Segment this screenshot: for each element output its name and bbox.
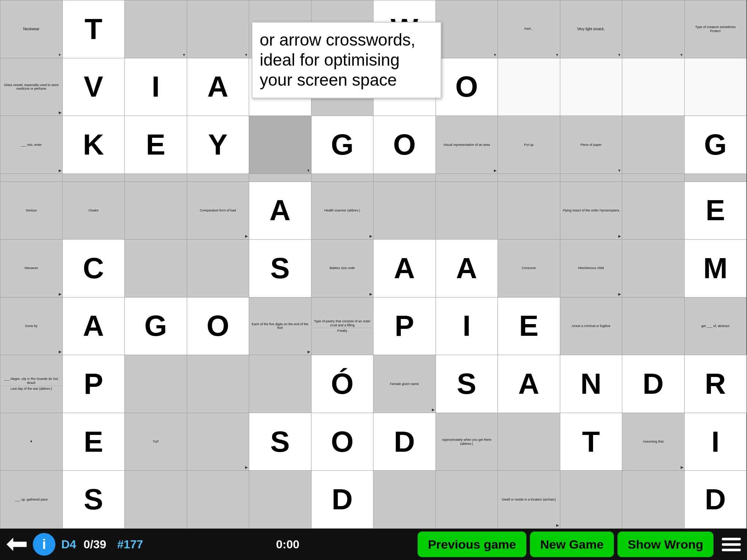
letter-r6c8[interactable]: A: [436, 240, 498, 298]
letter-r2c3[interactable]: I: [125, 58, 187, 116]
letter-r9c6[interactable]: O: [311, 413, 374, 471]
menu-icon-line1: [722, 538, 741, 540]
letter-r10c2[interactable]: S: [62, 471, 125, 529]
letter-r9c2[interactable]: E: [62, 413, 125, 471]
clue-r8c7[interactable]: Female given name: [374, 355, 436, 413]
letter-r9c10[interactable]: T: [560, 413, 622, 471]
letter-r8c11[interactable]: D: [622, 355, 685, 413]
spacer-r4c12: [684, 174, 747, 182]
clue-r6c6[interactable]: Battery size code: [311, 240, 374, 298]
letter-r7c7[interactable]: P: [374, 297, 436, 355]
letter-r10c12[interactable]: D: [684, 471, 747, 529]
clue-r5c2[interactable]: Cloaks: [62, 182, 125, 240]
new-game-button[interactable]: New Game: [530, 532, 614, 557]
letter-r7c8[interactable]: I: [436, 297, 498, 355]
letter-r7c4[interactable]: O: [187, 297, 249, 355]
letter-r6c2[interactable]: C: [62, 240, 125, 298]
clue-r10c11: [622, 471, 685, 529]
clue-r9c3[interactable]: Turf: [125, 413, 187, 471]
letter-r2c10: [560, 58, 622, 116]
bottom-bar: i D4 0/39 #177 0:00 Previous game New Ga…: [0, 529, 747, 560]
clue-r9c9: [498, 413, 560, 471]
letter-r2c2[interactable]: V: [62, 58, 125, 116]
clue-r8c1[interactable]: ___ Alegre, city in Rio Grande do Sul, B…: [0, 355, 63, 413]
clue-r7c6[interactable]: Type of pastry that consists of an outer…: [311, 297, 374, 355]
letter-r8c2[interactable]: P: [62, 355, 125, 413]
letter-r2c12: [684, 58, 747, 116]
show-wrong-button[interactable]: Show Wrong: [618, 532, 713, 557]
letter-r9c5[interactable]: S: [249, 413, 311, 471]
clue-r5c6[interactable]: Health scanner (abbrev.): [311, 182, 374, 240]
clue-r6c10[interactable]: Mischievous child: [560, 240, 622, 298]
clue-r3c9[interactable]: Put up: [498, 116, 560, 174]
clue-r5c1[interactable]: Serious: [0, 182, 63, 240]
letter-r5c5[interactable]: A: [249, 182, 311, 240]
clue-r7c10[interactable]: Arrest a criminal or fugitive: [560, 297, 622, 355]
clue-r2c1[interactable]: Glass vessel, especially used to store m…: [0, 58, 63, 116]
clue-r10c7: [374, 471, 436, 529]
clue-r9c8[interactable]: Approximately when you get there (abbrev…: [436, 413, 498, 471]
spacer-r4c6: [311, 174, 374, 182]
letter-r3c3[interactable]: E: [125, 116, 187, 174]
spacer-r4c2: [62, 174, 125, 182]
letter-r10c6[interactable]: D: [311, 471, 374, 529]
letter-r3c2[interactable]: K: [62, 116, 125, 174]
letter-r7c3[interactable]: G: [125, 297, 187, 355]
clue-r7c5[interactable]: Each of the five digits on the end of th…: [249, 297, 311, 355]
clue-r6c1[interactable]: Menaces: [0, 240, 63, 298]
previous-game-button[interactable]: Previous game: [418, 532, 526, 557]
letter-r6c12[interactable]: M: [684, 240, 747, 298]
clue-r3c1[interactable]: ___ into, enter: [0, 116, 63, 174]
clue-r7c12[interactable]: get ___ of, abstract: [684, 297, 747, 355]
letter-r6c7[interactable]: A: [374, 240, 436, 298]
clue-r3c8[interactable]: Visual representation of an area: [436, 116, 498, 174]
letter-r8c9[interactable]: A: [498, 355, 560, 413]
crossword-grid: Neckwear T Route Question of which perso…: [0, 0, 747, 529]
letter-r7c9[interactable]: E: [498, 297, 560, 355]
clue-r1c3: [125, 0, 187, 58]
menu-icon-line2: [722, 543, 741, 546]
letter-r8c13[interactable]: A: [747, 355, 747, 413]
clue-r9c1: ▼: [0, 413, 63, 471]
clue-r6c11: [622, 240, 685, 298]
letter-r5c12[interactable]: E: [684, 182, 747, 240]
clue-r10c10: [560, 471, 622, 529]
clue-r1c4: [187, 0, 249, 58]
spacer-r4c3: [125, 174, 187, 182]
clue-r9c11[interactable]: Assuming that: [622, 413, 685, 471]
menu-button[interactable]: [719, 532, 743, 556]
letter-r7c2[interactable]: A: [62, 297, 125, 355]
clue-r1c1[interactable]: Neckwear: [0, 0, 63, 58]
letter-r3c4[interactable]: Y: [187, 116, 249, 174]
clue-r7c1[interactable]: Gone by: [0, 297, 63, 355]
letter-r9c7[interactable]: D: [374, 413, 436, 471]
clue-r1c10[interactable]: Very light smack,: [560, 0, 622, 58]
letter-r8c8[interactable]: S: [436, 355, 498, 413]
clue-r8c4: [187, 355, 249, 413]
clue-r5c4[interactable]: Comparative form of bad: [187, 182, 249, 240]
clue-r10c1[interactable]: ___ up, gathered pace: [0, 471, 63, 529]
letter-r2c4[interactable]: A: [187, 58, 249, 116]
letter-r3c7[interactable]: O: [374, 116, 436, 174]
clue-r1c12[interactable]: Type of creature sometimesProtect: [684, 0, 747, 58]
letter-r8c12[interactable]: R: [684, 355, 747, 413]
letter-r9c12[interactable]: I: [684, 413, 747, 471]
clue-r10c4: [187, 471, 249, 529]
clue-r5c10[interactable]: Flying insect of the order Hymenoptera: [560, 182, 622, 240]
letter-r8c10[interactable]: N: [560, 355, 622, 413]
letter-r1c2[interactable]: T: [62, 0, 125, 58]
letter-r2c8[interactable]: O: [436, 58, 498, 116]
letter-r6c5[interactable]: S: [249, 240, 311, 298]
clue-r1c9[interactable]: Perf...: [498, 0, 560, 58]
clue-r10c9[interactable]: Dwell or reside in a location (archaic): [498, 471, 560, 529]
clue-r5c9: [498, 182, 560, 240]
letter-r8c6[interactable]: Ó: [311, 355, 374, 413]
letter-r3c6[interactable]: G: [311, 116, 374, 174]
clue-r3c10[interactable]: Piece of paper: [560, 116, 622, 174]
clue-r10c8: [436, 471, 498, 529]
back-button[interactable]: [4, 532, 29, 557]
letter-r3c12[interactable]: G: [684, 116, 747, 174]
clue-r3c5: [249, 116, 311, 174]
clue-r6c9[interactable]: Consume: [498, 240, 560, 298]
info-button[interactable]: i: [33, 533, 55, 556]
